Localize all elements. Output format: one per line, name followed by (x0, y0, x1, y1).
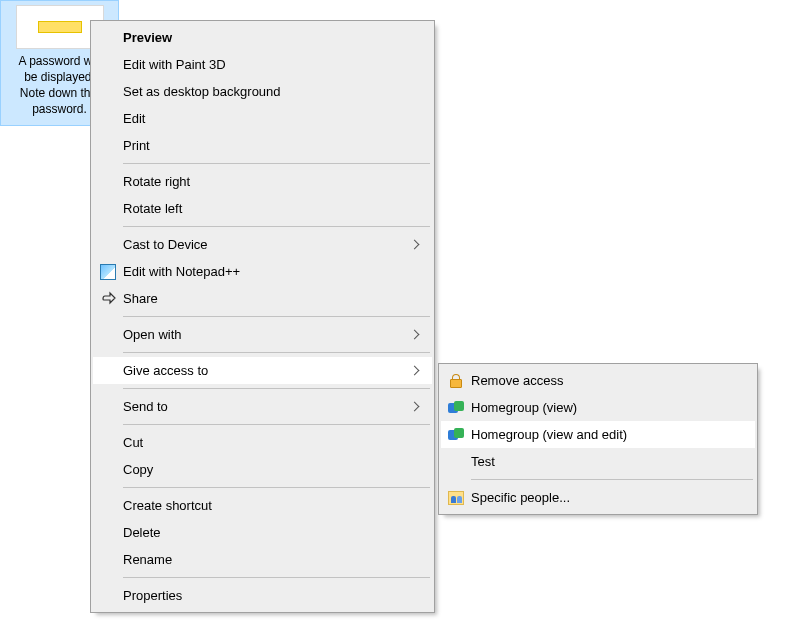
menu-item-label: Preview (123, 30, 406, 45)
menu-item-label: Rename (123, 552, 406, 567)
people-folder-icon (448, 491, 464, 505)
menu-item-icon-slot (441, 374, 471, 388)
chevron-right-icon (409, 402, 419, 412)
submenu-item-test[interactable]: Test (441, 448, 755, 475)
submenu-item-remove-access[interactable]: Remove access (441, 367, 755, 394)
homegroup-icon (448, 428, 464, 442)
context-menu-item-properties[interactable]: Properties (93, 582, 432, 609)
menu-item-label: Copy (123, 462, 406, 477)
homegroup-icon (448, 401, 464, 415)
menu-item-label: Homegroup (view and edit) (471, 427, 729, 442)
context-menu-item-rename[interactable]: Rename (93, 546, 432, 573)
chevron-right-icon (409, 240, 419, 250)
submenu-separator (441, 475, 755, 484)
share-icon (100, 291, 116, 307)
context-menu-separator (93, 312, 432, 321)
menu-item-label: Open with (123, 327, 406, 342)
menu-item-arrow-slot (406, 331, 422, 338)
file-thumbnail-content (38, 21, 82, 33)
image-file-icon (100, 264, 116, 280)
submenu-item-homegroup-view-and-edit[interactable]: Homegroup (view and edit) (441, 421, 755, 448)
lock-icon (450, 374, 462, 388)
menu-item-label: Create shortcut (123, 498, 406, 513)
context-menu-item-send-to[interactable]: Send to (93, 393, 432, 420)
menu-item-label: Share (123, 291, 406, 306)
menu-item-label: Remove access (471, 373, 729, 388)
menu-item-arrow-slot (406, 241, 422, 248)
chevron-right-icon (409, 330, 419, 340)
menu-item-label: Rotate right (123, 174, 406, 189)
menu-item-label: Test (471, 454, 729, 469)
context-menu-item-set-as-desktop-background[interactable]: Set as desktop background (93, 78, 432, 105)
menu-item-arrow-slot (406, 403, 422, 410)
context-menu-item-edit[interactable]: Edit (93, 105, 432, 132)
context-menu: PreviewEdit with Paint 3DSet as desktop … (90, 20, 435, 613)
menu-item-icon-slot (441, 428, 471, 442)
submenu-item-homegroup-view[interactable]: Homegroup (view) (441, 394, 755, 421)
menu-item-label: Rotate left (123, 201, 406, 216)
menu-item-label: Give access to (123, 363, 406, 378)
context-menu-item-preview[interactable]: Preview (93, 24, 432, 51)
menu-item-icon-slot (441, 491, 471, 505)
submenu-item-specific-people[interactable]: Specific people... (441, 484, 755, 511)
context-menu-separator (93, 384, 432, 393)
context-menu-separator (93, 420, 432, 429)
context-menu-separator (93, 159, 432, 168)
context-menu-item-open-with[interactable]: Open with (93, 321, 432, 348)
menu-item-label: Specific people... (471, 490, 729, 505)
context-menu-item-rotate-right[interactable]: Rotate right (93, 168, 432, 195)
context-menu-separator (93, 483, 432, 492)
menu-item-icon-slot (93, 264, 123, 280)
menu-item-label: Cast to Device (123, 237, 406, 252)
context-menu-item-give-access-to[interactable]: Give access to (93, 357, 432, 384)
context-menu-item-rotate-left[interactable]: Rotate left (93, 195, 432, 222)
context-menu-item-create-shortcut[interactable]: Create shortcut (93, 492, 432, 519)
menu-item-label: Edit with Notepad++ (123, 264, 406, 279)
context-menu-item-cast-to-device[interactable]: Cast to Device (93, 231, 432, 258)
context-menu-item-delete[interactable]: Delete (93, 519, 432, 546)
chevron-right-icon (409, 366, 419, 376)
menu-item-icon-slot (441, 401, 471, 415)
context-menu-item-print[interactable]: Print (93, 132, 432, 159)
context-menu-separator (93, 573, 432, 582)
context-menu-separator (93, 222, 432, 231)
context-menu-item-cut[interactable]: Cut (93, 429, 432, 456)
menu-item-arrow-slot (406, 367, 422, 374)
menu-item-label: Properties (123, 588, 406, 603)
menu-item-icon-slot (93, 291, 123, 307)
menu-item-label: Homegroup (view) (471, 400, 729, 415)
context-menu-item-share[interactable]: Share (93, 285, 432, 312)
menu-item-label: Print (123, 138, 406, 153)
context-menu-item-edit-with-paint-3d[interactable]: Edit with Paint 3D (93, 51, 432, 78)
menu-item-label: Edit with Paint 3D (123, 57, 406, 72)
menu-item-label: Edit (123, 111, 406, 126)
context-menu-item-copy[interactable]: Copy (93, 456, 432, 483)
menu-item-label: Delete (123, 525, 406, 540)
context-menu-item-edit-with-notepad[interactable]: Edit with Notepad++ (93, 258, 432, 285)
menu-item-label: Set as desktop background (123, 84, 406, 99)
menu-item-label: Cut (123, 435, 406, 450)
context-menu-separator (93, 348, 432, 357)
menu-item-label: Send to (123, 399, 406, 414)
submenu-give-access-to: Remove accessHomegroup (view)Homegroup (… (438, 363, 758, 515)
